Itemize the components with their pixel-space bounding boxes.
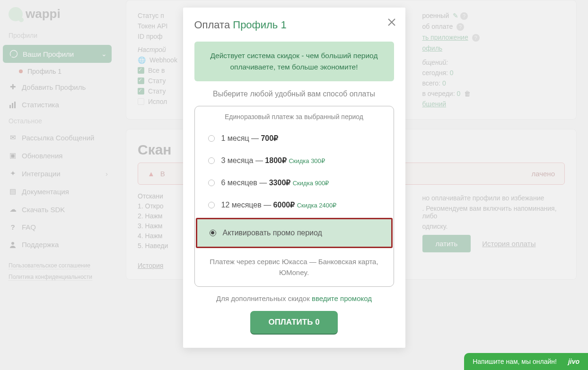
promo-note: Для дополнительных скидок введите промок… <box>194 294 394 302</box>
yukassa-note: Платеж через сервис Юкасса — Банковская … <box>195 252 394 278</box>
modal-overlay: Оплата Профиль 1 Действует система скидо… <box>0 0 588 370</box>
radio-icon <box>210 230 216 236</box>
close-icon <box>387 18 396 26</box>
payment-card-title: Единоразовый платеж за выбранный период <box>195 113 394 120</box>
jivo-brand: jivo <box>568 358 579 365</box>
link-enter-promocode[interactable]: введите промокод <box>312 294 372 302</box>
submit-pay-button[interactable]: ОПЛАТИТЬ 0 <box>250 311 337 334</box>
jivo-text: Напишите нам, мы онлайн! <box>473 358 557 365</box>
radio-icon <box>208 202 215 208</box>
choose-method-label: Выберите любой удобный вам способ оплаты <box>194 90 394 98</box>
modal-title: Оплата Профиль 1 <box>194 19 394 31</box>
radio-icon <box>208 135 215 142</box>
payment-modal: Оплата Профиль 1 Действует система скидо… <box>183 8 405 348</box>
discount-banner: Действует система скидок - чем больший п… <box>194 42 394 81</box>
jivo-chat-widget[interactable]: Напишите нам, мы онлайн! jivo <box>464 353 588 370</box>
payment-options-card: Единоразовый платеж за выбранный период … <box>194 106 394 287</box>
option-promo[interactable]: Активировать промо период <box>196 218 393 248</box>
promo-label: Активировать промо период <box>223 229 322 237</box>
modal-profile-name: Профиль 1 <box>233 19 286 31</box>
radio-icon <box>208 180 215 186</box>
close-button[interactable] <box>387 17 396 29</box>
option-12-months[interactable]: 12 месяцев — 6000₽ Скидка 2400₽ <box>195 194 394 216</box>
option-3-months[interactable]: 3 месяца — 1800₽ Скидка 300₽ <box>195 149 394 172</box>
option-1-month[interactable]: 1 месяц — 700₽ <box>195 127 394 149</box>
option-6-months[interactable]: 6 месяцев — 3300₽ Скидка 900₽ <box>195 172 394 194</box>
radio-icon <box>208 157 215 164</box>
